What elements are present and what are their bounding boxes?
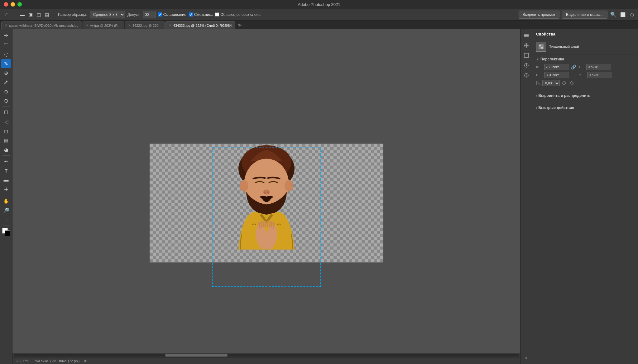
angle-row: 0,00° [536, 80, 634, 86]
quick-select-tool[interactable]: ✎ [1, 59, 11, 68]
contiguous-label: Смеж.пикс [194, 12, 213, 17]
svg-point-15 [267, 191, 269, 194]
heal-brush-tool[interactable]: ⊙ [1, 87, 11, 96]
sample-all-checkbox[interactable] [215, 12, 219, 17]
actions-section: › Быстрые действия [532, 103, 638, 115]
main-area: ✛ ⬚ ◌ ✎ ⊕ ⊙ ◁ ◻ ▤ ◕ ✒ T ▬ ✋ 🔎 · [0, 29, 638, 364]
properties-toggle[interactable] [522, 31, 531, 40]
angle-select[interactable]: 0,00° [542, 80, 560, 86]
height-row: В Y [536, 72, 634, 78]
tab-2-close[interactable]: ✕ [86, 24, 89, 27]
svg-line-22 [273, 223, 274, 228]
flip-h-icon[interactable] [561, 80, 567, 86]
rect-marquee-icon[interactable]: ▬ [19, 11, 26, 18]
more-tools[interactable]: ··· [1, 215, 11, 224]
tolerance-label: Допуск: [127, 12, 141, 17]
text-tool[interactable]: T [1, 166, 11, 175]
width-row: Ш 🔗 X [536, 64, 634, 70]
feather-icon[interactable]: ◫ [35, 11, 42, 18]
perspective-arrow: ▼ [536, 58, 539, 61]
sample-all-label: Образец со всех слоев [220, 12, 261, 17]
select-mask-button[interactable]: Выделение и маска... [562, 11, 607, 19]
history-icon[interactable] [522, 61, 531, 70]
y-input[interactable] [587, 72, 612, 78]
properties-header: Свойства [532, 29, 638, 39]
tolerance-input[interactable] [143, 11, 156, 18]
link-icon[interactable]: 🔗 [571, 64, 576, 69]
scroll-track[interactable] [14, 354, 519, 357]
search-icon[interactable]: 🔍 [610, 11, 617, 18]
view-tool[interactable] [1, 185, 11, 194]
tab-4[interactable]: ✕ 434333.jpg @ 222% (Слой 0, RGB/84 [165, 21, 235, 29]
svg-line-25 [267, 222, 268, 226]
status-arrow[interactable]: ▶ [84, 359, 87, 363]
x-input[interactable] [586, 64, 611, 70]
pen-tool[interactable]: ✒ [1, 157, 11, 166]
foreground-color[interactable] [5, 230, 10, 236]
antialiasing-group: Сглаживание [158, 12, 186, 17]
select-subject-button[interactable]: Выделить предмет [519, 11, 559, 19]
shape-tool[interactable]: ▬ [1, 176, 11, 184]
lasso-tool[interactable]: ◌ [1, 50, 11, 59]
contiguous-checkbox[interactable] [189, 12, 193, 17]
size-label: Размер образца: [58, 12, 87, 17]
move-tool[interactable]: ✛ [1, 31, 11, 40]
ellipse-marquee-icon[interactable]: ▣ [27, 11, 34, 18]
minimize-button[interactable] [11, 2, 15, 7]
collapse-panels-icon[interactable]: » [522, 353, 531, 362]
tab-overflow[interactable]: ≫ [236, 21, 244, 29]
stamp-tool[interactable] [1, 108, 11, 117]
gradient-tool[interactable]: ▤ [1, 136, 11, 145]
brush-modes: ▬ ▣ ◫ ▤ [19, 11, 50, 18]
height-input[interactable] [544, 72, 569, 78]
tab-3[interactable]: ✕ 34223.jpg @ 230... [125, 21, 165, 29]
color-swatch[interactable] [2, 228, 10, 236]
eyedropper-tool[interactable] [1, 78, 11, 87]
scroll-thumb[interactable] [165, 354, 228, 357]
tab-1-close[interactable]: ✕ [5, 24, 7, 27]
history-brush-tool[interactable]: ◁ [1, 117, 11, 126]
maximize-button[interactable] [17, 2, 22, 7]
tab-1[interactable]: ✕ susan-wilkinson-BfWDyQ10uMk-unsplash.j… [1, 21, 82, 29]
close-button[interactable] [4, 2, 8, 7]
home-icon[interactable]: ⌂ [2, 10, 11, 19]
eraser-tool[interactable]: ◻ [1, 127, 11, 135]
tab-2[interactable]: ✕ yy.jpg @ 203% (R... [83, 21, 124, 29]
width-input[interactable] [544, 64, 569, 70]
left-toolbar: ✛ ⬚ ◌ ✎ ⊕ ⊙ ◁ ◻ ▤ ◕ ✒ T ▬ ✋ 🔎 · [0, 29, 12, 364]
layer-comp-icon[interactable] [522, 51, 531, 60]
crop-tool[interactable]: ⊕ [1, 69, 11, 77]
flip-v-icon[interactable] [568, 80, 575, 86]
right-icons-panel: i » [520, 29, 532, 364]
svg-line-1 [4, 82, 7, 84]
main-toolbar: ⌂ ▬ ▣ ◫ ▤ Размер образца: Среднее 3 x 3 … [0, 9, 638, 21]
tab-3-close[interactable]: ✕ [128, 24, 131, 27]
tab-4-close[interactable]: ✕ [169, 24, 171, 27]
screen-mode-icon[interactable]: ⬜ [619, 11, 626, 18]
refine-icon[interactable]: ▤ [43, 11, 50, 18]
adjust-icon[interactable] [522, 41, 531, 50]
align-title[interactable]: › Выровнять и распределить [536, 93, 634, 98]
actions-title[interactable]: › Быстрые действия [536, 106, 634, 110]
zoom-tool[interactable]: 🔎 [1, 206, 11, 215]
dodge-tool[interactable]: ◕ [1, 145, 11, 154]
status-bar: 222,17% 750 пикс. x 381 пикс. (72 ppi) ▶ [12, 357, 520, 364]
contiguous-group: Смеж.пикс [189, 12, 213, 17]
hand-tool[interactable]: ✋ [1, 196, 11, 205]
antialiasing-checkbox[interactable] [158, 12, 162, 17]
actions-arrow: › [536, 106, 537, 110]
canvas-viewport[interactable] [12, 29, 520, 353]
horizontal-scrollbar[interactable] [12, 353, 520, 357]
selection-tool[interactable]: ⬚ [1, 40, 11, 49]
perspective-title[interactable]: ▼ Перспектива [536, 57, 634, 61]
brush-tool[interactable] [1, 97, 11, 105]
info-icon[interactable]: i [522, 71, 531, 80]
dimensions-info: 750 пикс. x 381 пикс. (72 ppi) [34, 359, 79, 363]
svg-rect-30 [524, 53, 529, 58]
svg-point-11 [285, 180, 293, 191]
svg-line-19 [261, 222, 261, 227]
svg-rect-4 [5, 111, 8, 114]
expand-icon[interactable]: ⬡ [629, 11, 636, 18]
size-select[interactable]: Среднее 3 x 3 [90, 11, 125, 18]
sample-all-group: Образец со всех слоев [215, 12, 261, 17]
